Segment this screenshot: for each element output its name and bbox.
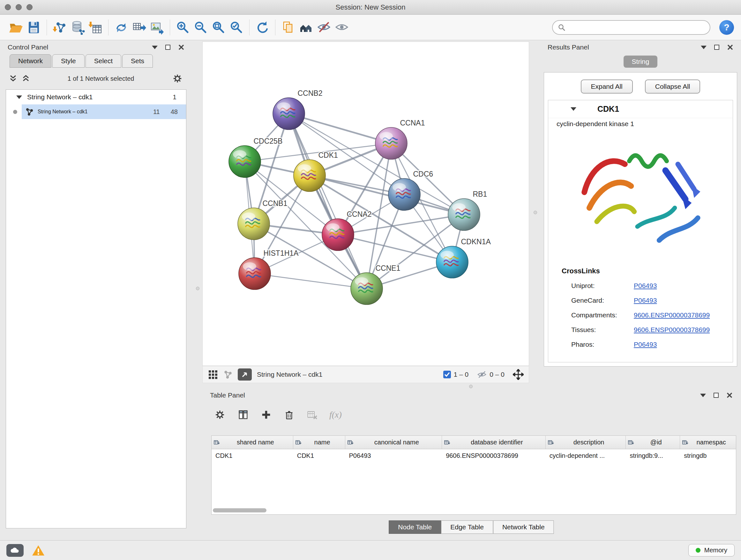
- float-panel-icon[interactable]: [165, 45, 171, 50]
- horizontal-scrollbar-thumb[interactable]: [213, 508, 266, 512]
- help-button[interactable]: ?: [719, 20, 734, 35]
- expand-all-button[interactable]: Expand All: [581, 79, 633, 94]
- cloud-services-button[interactable]: [6, 544, 23, 557]
- network-node-HIST1H1A[interactable]: HIST1H1A: [239, 249, 299, 290]
- bottom-splitter-handle[interactable]: [469, 385, 473, 388]
- panel-menu-icon[interactable]: [701, 46, 706, 49]
- selected-checkbox-icon[interactable]: [443, 370, 451, 379]
- search-input[interactable]: [569, 23, 704, 31]
- float-panel-icon[interactable]: [714, 45, 719, 50]
- network-view-share-icon[interactable]: [223, 370, 232, 379]
- close-panel-icon[interactable]: [178, 44, 185, 51]
- column-header-id[interactable]: @id: [626, 436, 680, 449]
- panel-menu-icon[interactable]: [700, 394, 706, 397]
- search-box[interactable]: [552, 20, 711, 35]
- show-columns-icon[interactable]: [238, 409, 249, 421]
- left-splitter-handle[interactable]: [196, 287, 199, 290]
- show-all-button[interactable]: [333, 18, 351, 37]
- crosslink-link[interactable]: P06493: [634, 282, 657, 290]
- svg-text:HIST1H1A: HIST1H1A: [264, 249, 299, 257]
- network-view-toolbar: String Network – cdk1 1 – 0 0 – 0: [202, 366, 529, 383]
- network-node-CCNA1[interactable]: CCNA1: [375, 119, 425, 159]
- svg-text:RB1: RB1: [473, 190, 487, 198]
- duplicate-document-button[interactable]: [279, 18, 297, 37]
- delete-column-trash-icon[interactable]: [283, 409, 295, 421]
- export-network-button[interactable]: [130, 18, 148, 37]
- crosslink-link[interactable]: 9606.ENSP00000378699: [634, 326, 710, 334]
- network-node-CDK1[interactable]: CDK1: [293, 151, 338, 192]
- column-header-canonical-name[interactable]: canonical name: [345, 436, 442, 449]
- refresh-network-button[interactable]: [253, 18, 271, 37]
- table-settings-gear-icon[interactable]: [214, 409, 226, 421]
- function-builder-icon[interactable]: f(x): [329, 410, 342, 420]
- export-image-button[interactable]: [148, 18, 166, 37]
- close-panel-icon[interactable]: [726, 392, 733, 398]
- collapse-all-button[interactable]: Collapse All: [645, 79, 700, 94]
- tab-edge-table[interactable]: Edge Table: [441, 520, 493, 534]
- tab-sets[interactable]: Sets: [122, 54, 153, 68]
- column-header-namespace[interactable]: namespac: [680, 436, 736, 449]
- pan-move-icon[interactable]: [513, 369, 524, 380]
- collapse-section-icon[interactable]: [570, 107, 576, 111]
- import-table-from-file-button[interactable]: [86, 18, 105, 37]
- column-header-description[interactable]: description: [546, 436, 626, 449]
- column-header-name[interactable]: name: [293, 436, 345, 449]
- collapse-all-tree-icon[interactable]: [22, 74, 30, 83]
- new-network-from-selection-button[interactable]: [112, 18, 130, 37]
- table-header-row: shared name name canonical name database…: [212, 436, 736, 449]
- protein-section-header[interactable]: CDK1: [548, 100, 733, 118]
- column-header-database-identifier[interactable]: database identifier: [442, 436, 546, 449]
- status-bar: Memory: [0, 540, 741, 560]
- home-networks-button[interactable]: [297, 18, 315, 37]
- network-collection-row[interactable]: String Network – cdk1 1: [6, 90, 186, 105]
- column-header-shared-name[interactable]: shared name: [212, 436, 293, 449]
- network-node-RB1[interactable]: RB1: [448, 190, 487, 231]
- detach-view-button[interactable]: [238, 368, 252, 381]
- close-panel-icon[interactable]: [727, 44, 733, 51]
- table-row[interactable]: CDK1 CDK1 P06493 9606.ENSP00000378699 cy…: [212, 449, 736, 462]
- network-node-CDKN1A[interactable]: CDKN1A: [436, 238, 491, 278]
- warning-icon[interactable]: [32, 545, 45, 556]
- network-node-CCNB2[interactable]: CCNB2: [273, 89, 322, 130]
- zoom-out-button[interactable]: [192, 18, 210, 37]
- float-panel-icon[interactable]: [714, 393, 719, 398]
- open-session-button[interactable]: [7, 18, 25, 37]
- crosslink-link[interactable]: 9606.ENSP00000378699: [634, 311, 710, 319]
- zoom-fit-icon: [211, 20, 226, 35]
- gear-icon[interactable]: [172, 73, 183, 84]
- network-row[interactable]: String Network – cdk1 11 48: [6, 105, 186, 119]
- tab-node-table[interactable]: Node Table: [389, 520, 441, 534]
- add-column-plus-icon[interactable]: [260, 409, 272, 421]
- collapse-node-icon[interactable]: [16, 96, 22, 99]
- hide-selected-button[interactable]: [315, 18, 333, 37]
- tab-network-table[interactable]: Network Table: [493, 520, 554, 534]
- selected-network-row[interactable]: String Network – cdk1 11 48: [22, 105, 186, 119]
- hidden-eye-slash-icon[interactable]: [477, 370, 487, 379]
- right-splitter-handle[interactable]: [534, 211, 537, 214]
- tab-select[interactable]: Select: [85, 54, 121, 68]
- zoom-fit-button[interactable]: [210, 18, 227, 37]
- network-view-title: String Network – cdk1: [257, 371, 322, 378]
- grid-view-icon[interactable]: [208, 369, 218, 380]
- tab-style[interactable]: Style: [52, 54, 84, 68]
- crosslink-link[interactable]: P06493: [634, 297, 657, 304]
- network-node-CCNB1[interactable]: CCNB1: [238, 199, 287, 240]
- save-session-button[interactable]: [25, 18, 43, 37]
- zoom-in-button[interactable]: [174, 18, 192, 37]
- network-canvas[interactable]: CCNB2CCNA1CDC25BCDK1CDC6RB1CCNB1CCNA2CDK…: [202, 42, 529, 366]
- toolbar-separator: [47, 19, 47, 36]
- zoom-selected-button[interactable]: [227, 18, 246, 37]
- delete-table-icon[interactable]: [307, 409, 318, 421]
- import-network-from-database-button[interactable]: [69, 18, 86, 37]
- crosslink-link[interactable]: P06493: [634, 341, 657, 348]
- tab-string[interactable]: String: [623, 56, 658, 68]
- string-results-box: Expand All Collapse All CDK1 cyclin-depe…: [544, 72, 737, 367]
- memory-button[interactable]: Memory: [688, 544, 735, 557]
- panel-menu-icon[interactable]: [152, 46, 158, 49]
- crosslink-label: Tissues:: [571, 326, 634, 334]
- network-graph[interactable]: CCNB2CCNA1CDC25BCDK1CDC6RB1CCNB1CCNA2CDK…: [203, 42, 529, 366]
- expand-all-tree-icon[interactable]: [9, 74, 17, 83]
- import-network-from-file-button[interactable]: [51, 18, 69, 37]
- tab-network[interactable]: Network: [10, 54, 51, 68]
- node-count: 11: [153, 108, 160, 116]
